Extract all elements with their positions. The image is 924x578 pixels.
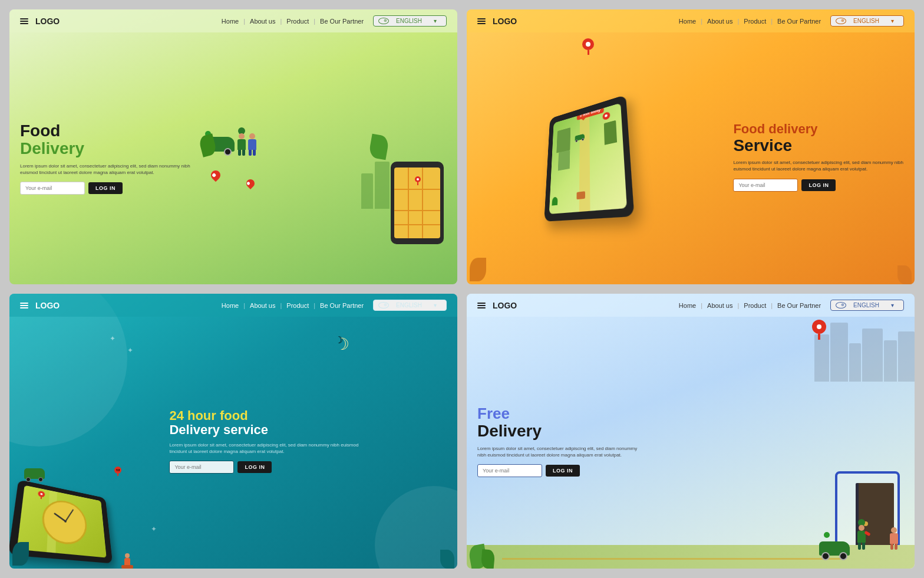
nav-partner-card1[interactable]: Be Our Partner (315, 18, 368, 25)
location-pin-2-card1 (246, 179, 255, 188)
hamburger-icon-card2[interactable] (477, 18, 486, 24)
globe-icon-card2: ⊕ (836, 18, 846, 24)
login-btn-card4[interactable]: LOG IN (546, 465, 580, 477)
text-side-card4: Free Delivery Lorem ipsum dolor sit amet… (477, 405, 639, 477)
building-1-card2 (556, 127, 570, 152)
map-pin-card1 (415, 176, 421, 185)
pin-clock-screen (38, 491, 45, 500)
card-body-card2: 1.2 KM 3 min away (467, 32, 915, 284)
text-side-card2: Food delivery Service Lorem ipsum dolor … (733, 122, 904, 191)
card-body-card1: Food Delivery Lorem ipsum dolor sit amet… (9, 32, 457, 284)
login-row-card4: LOG IN (477, 464, 639, 477)
card-free-delivery: LOGO Home | About us | Product | Be Our … (467, 294, 915, 569)
leaf-right-card3 (440, 550, 454, 569)
pin-screen-card2 (602, 111, 610, 120)
customer-card4 (890, 527, 898, 550)
tree-card2 (552, 196, 557, 209)
nav-links-card3: Home | About us | Product | Be Our Partn… (217, 300, 447, 311)
title-line1-card4: Free (477, 405, 639, 422)
phone-screen-card2: 1.2 KM 3 min away (549, 103, 627, 214)
nav-links-card1: Home | About us | Product | Be Our Partn… (217, 15, 447, 27)
chevron-down-icon-card2: ▾ (886, 18, 899, 24)
clock-phone-card3: 🍽 (15, 465, 139, 566)
title-line2-card1: Delivery (20, 140, 199, 158)
nav-home-card3[interactable]: Home (217, 302, 243, 309)
lang-text-card3: ENGLISH (391, 302, 427, 308)
clock-min-hand-card3 (65, 509, 74, 521)
title-line2-card3: Delivery service (169, 423, 374, 437)
lang-btn-card4[interactable]: ⊕ ENGLISH ▾ (830, 300, 904, 311)
nav-about-card3[interactable]: About us (245, 302, 280, 309)
globe-icon-card3: ⊕ (378, 302, 389, 308)
card-food-delivery-service: LOGO Home | About us | Product | Be Our … (467, 9, 915, 284)
scooter-screen-card2 (575, 133, 585, 141)
building-3-card2 (604, 120, 617, 144)
title-line1-card1: Food (20, 122, 199, 140)
nav-product-card4[interactable]: Product (739, 302, 771, 309)
phone-iso-card2: 1.2 KM 3 min away (544, 94, 634, 221)
lang-btn-card1[interactable]: ⊕ ENGLISH ▾ (373, 15, 447, 27)
hamburger-icon-card1[interactable] (20, 18, 28, 24)
delivery-person-card4 (857, 519, 866, 550)
building-2-card2 (558, 149, 570, 170)
logo-text-card1: LOGO (35, 17, 60, 26)
leaf-right-card2 (897, 265, 912, 284)
lang-btn-card3[interactable]: ⊕ ENGLISH ▾ (373, 300, 447, 311)
nav-partner-card4[interactable]: Be Our Partner (773, 302, 826, 309)
sitting-person-card3 (121, 553, 133, 569)
login-row-card1: LOG IN (20, 182, 199, 195)
nav-product-card2[interactable]: Product (739, 18, 771, 25)
title-line2-card2: Service (733, 137, 904, 155)
email-input-card1[interactable] (20, 182, 85, 195)
logo-text-card3: LOGO (35, 301, 60, 310)
text-side-card3: 24 hour food Delivery service Lorem ipsu… (169, 409, 374, 474)
leaf-card2 (470, 258, 486, 281)
big-pin-card4 (812, 320, 826, 340)
nav-partner-card3[interactable]: Be Our Partner (315, 302, 368, 309)
nav-about-card4[interactable]: About us (702, 302, 737, 309)
nav-links-card2: Home | About us | Product | Be Our Partn… (674, 15, 904, 27)
navbar-card2: LOGO Home | About us | Product | Be Our … (467, 9, 915, 32)
location-pin-1-card1 (211, 170, 220, 180)
logo-card4: LOGO (477, 301, 517, 310)
title-line1-card2: Food delivery (733, 122, 904, 136)
deco-star-2-card3: ✦ (127, 346, 133, 354)
login-btn-card1[interactable]: LOG IN (88, 182, 123, 194)
lorem-card3: Lorem ipsum dolor sit amet, consectetuer… (169, 442, 374, 455)
leaf-left-card3 (12, 542, 29, 566)
lang-text-card4: ENGLISH (849, 302, 884, 308)
lang-btn-card2[interactable]: ⊕ ENGLISH ▾ (830, 15, 904, 27)
hamburger-icon-card4[interactable] (477, 303, 486, 308)
nav-partner-card2[interactable]: Be Our Partner (773, 18, 826, 25)
nav-home-card1[interactable]: Home (217, 18, 243, 25)
login-row-card3: LOG IN (169, 461, 374, 474)
nav-home-card4[interactable]: Home (674, 302, 701, 309)
hamburger-icon-card3[interactable] (20, 303, 28, 308)
scooter-card4 (819, 541, 850, 556)
email-input-card2[interactable] (733, 179, 798, 192)
chevron-down-icon-card1: ▾ (429, 18, 441, 24)
distance-badge-card2: 1.2 KM 3 min away (577, 103, 604, 120)
login-btn-card2[interactable]: LOG IN (801, 179, 836, 191)
plant-left2-card4 (481, 550, 494, 569)
moon-card3: ☽ (335, 334, 351, 351)
nav-about-card2[interactable]: About us (702, 18, 737, 25)
nav-about-card1[interactable]: About us (245, 18, 280, 25)
globe-icon-card1: ⊕ (378, 18, 389, 24)
chevron-down-icon-card3: ▾ (429, 302, 441, 308)
title-line2-card4: Delivery (477, 422, 639, 441)
iso-phone-card2: 1.2 KM 3 min away (473, 32, 697, 284)
nav-product-card1[interactable]: Product (282, 18, 314, 25)
globe-icon-card4: ⊕ (836, 302, 846, 308)
clock-center-card3 (64, 520, 67, 523)
nav-product-card3[interactable]: Product (282, 302, 314, 309)
nav-home-card2[interactable]: Home (674, 18, 701, 25)
login-btn-card3[interactable]: LOG IN (237, 461, 272, 473)
leaf-right-card1 (368, 133, 390, 160)
navbar-card3: LOGO Home | About us | Product | Be Our … (9, 294, 457, 317)
logo-card1: LOGO (20, 17, 60, 26)
email-input-card4[interactable] (477, 464, 542, 477)
email-input-card3[interactable] (169, 461, 234, 474)
lorem-card1: Lorem ipsum dolor sit amet, consectetuer… (20, 163, 199, 176)
card-food-delivery: LOGO Home | About us | Product | Be Our … (9, 9, 457, 284)
